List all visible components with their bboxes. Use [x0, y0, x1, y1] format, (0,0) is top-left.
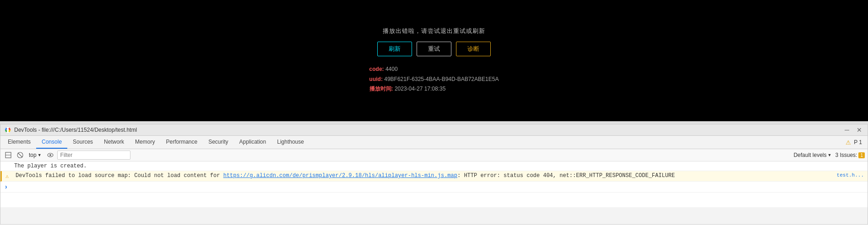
code-value: 4400 [385, 66, 398, 72]
uuid-value: 49BF621F-6325-4BAA-B94D-BAB72ABE1E5A [384, 76, 499, 82]
refresh-button[interactable]: 刷新 [377, 42, 412, 56]
time-line: 播放时间: 2023-04-27 17:08:35 [369, 84, 499, 94]
toolbar-right: Default levels ▼ 3 Issues: 1 [793, 152, 865, 158]
diagnose-button[interactable]: 诊断 [456, 42, 491, 56]
dropdown-arrow-levels: ▼ [827, 153, 831, 157]
svg-point-1 [7, 129, 9, 131]
devtools-title: DevTools - file:///C:/Users/11524/Deskto… [14, 127, 137, 133]
tab-network[interactable]: Network [98, 136, 130, 149]
default-levels-label: Default levels [793, 152, 826, 158]
tab-security[interactable]: Security [203, 136, 233, 149]
warning-icon: ⚠ [846, 139, 851, 146]
console-line-2: ⚠ DevTools failed to load source map: Co… [0, 171, 868, 182]
code-line: code: 4400 [369, 65, 499, 75]
filter-input[interactable] [57, 151, 130, 160]
default-levels-selector[interactable]: Default levels ▼ [793, 152, 831, 158]
console-text-1: The player is created. [14, 163, 864, 169]
devtools-titlebar: DevTools - file:///C:/Users/11524/Deskto… [0, 124, 868, 136]
eye-icon-button[interactable] [45, 151, 55, 159]
devtools-tabs: Elements Console Sources Network Memory … [0, 136, 868, 149]
clear-icon [17, 152, 23, 158]
dropdown-arrow: ▼ [38, 153, 42, 157]
toolbar-left: top ▼ [3, 151, 130, 160]
tab-lighthouse[interactable]: Lighthouse [271, 136, 309, 149]
tab-memory[interactable]: Memory [130, 136, 160, 149]
clear-console-button[interactable] [15, 151, 25, 159]
player-area: 播放出错啦，请尝试退出重试或刷新 刷新 重试 诊断 code: 4400 uui… [0, 0, 868, 121]
minimize-button[interactable]: ─ [843, 126, 851, 134]
titlebar-left: DevTools - file:///C:/Users/11524/Deskto… [4, 126, 137, 134]
console-source-link[interactable]: https://g.alicdn.com/de/prismplayer/2.9.… [223, 172, 457, 179]
issues-warning-badge: 1 [858, 152, 865, 158]
devtools-panel: DevTools - file:///C:/Users/11524/Deskto… [0, 124, 868, 225]
console-output: The player is created. ⚠ DevTools failed… [0, 161, 868, 207]
devtools-toolbar: top ▼ Default levels ▼ 3 Issues: 1 [0, 149, 868, 161]
console-text-2: DevTools failed to load source map: Coul… [16, 172, 833, 179]
cursor-icon-button[interactable] [3, 151, 13, 159]
issues-badge: 3 Issues: 1 [835, 152, 865, 158]
warning-suffix: : HTTP error: status code 404, net::ERR_… [457, 172, 675, 179]
tab-application[interactable]: Application [234, 136, 272, 149]
warning-prefix: DevTools failed to load source map: Coul… [16, 172, 223, 179]
uuid-line: uuid: 49BF621F-6325-4BAA-B94D-BAB72ABE1E… [369, 75, 499, 85]
chrome-icon [4, 126, 11, 134]
tab-console[interactable]: Console [36, 136, 67, 149]
warn-icon-2: ⚠ [5, 173, 12, 180]
context-selector[interactable]: top ▼ [27, 151, 43, 159]
time-label: 播放时间: [369, 86, 393, 92]
error-message: 播放出错啦，请尝试退出重试或刷新 [383, 27, 485, 35]
uuid-label: uuid: [369, 76, 383, 82]
console-source-ref[interactable]: test.h... [837, 172, 864, 178]
console-line-1: The player is created. [0, 161, 868, 171]
console-input-line: › [0, 182, 868, 193]
svg-point-7 [49, 154, 51, 156]
button-row: 刷新 重试 诊断 [377, 42, 491, 56]
error-info: code: 4400 uuid: 49BF621F-6325-4BAA-B94D… [369, 65, 499, 94]
time-value: 2023-04-27 17:08:35 [395, 86, 445, 92]
issues-text: 3 Issues: [835, 152, 857, 158]
svg-line-5 [18, 153, 22, 157]
retry-button[interactable]: 重试 [417, 42, 451, 56]
close-button[interactable]: ✕ [855, 126, 864, 134]
code-label: code: [369, 66, 384, 72]
top-label: top [29, 152, 37, 158]
console-prompt-icon: › [4, 183, 8, 191]
cursor-icon [5, 152, 11, 158]
tab-sources[interactable]: Sources [67, 136, 98, 149]
titlebar-controls: ─ ✕ [843, 126, 864, 134]
tab-elements[interactable]: Elements [2, 136, 36, 149]
eye-icon [47, 152, 54, 158]
issues-count-tab: P 1 [854, 139, 862, 145]
tab-performance[interactable]: Performance [160, 136, 203, 149]
